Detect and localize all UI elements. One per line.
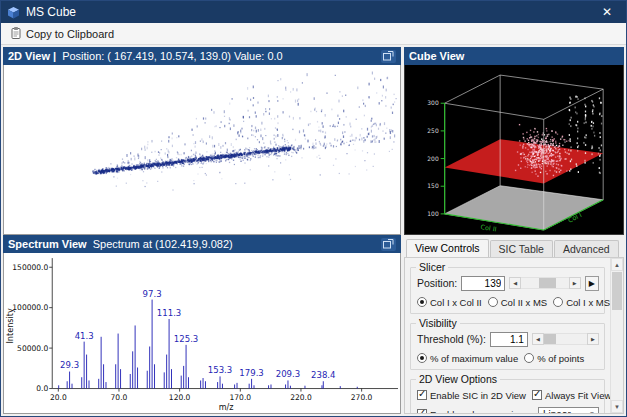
checkbox-always-fit-view[interactable]: Always Fit View	[532, 390, 610, 401]
spectrum-canvas[interactable]: 0.050000.0100000.0150000.020.070.0120.01…	[4, 253, 400, 413]
position-row: Position: ◀ ▶ ▶	[417, 275, 599, 291]
svg-text:41.3: 41.3	[75, 331, 94, 341]
svg-text:220.0: 220.0	[290, 393, 312, 402]
position-scroll-right-button[interactable]: ▶	[569, 277, 581, 289]
radio-percent-of-points[interactable]: % of points	[524, 353, 584, 364]
mapping-select[interactable]: Linear ▼	[538, 407, 599, 414]
up-arrow-icon: ▲	[614, 262, 620, 268]
checkbox-indicator	[417, 390, 427, 400]
position-scroll-track[interactable]	[521, 277, 568, 289]
view-options-group: 2D View Options Enable SIC in 2D View Al…	[410, 379, 605, 413]
ms-cube-window: MS Cube ✕ Copy to Clipboard 2D View | Po…	[0, 0, 627, 417]
radio-indicator	[524, 353, 534, 363]
threshold-scroll-track[interactable]	[544, 333, 587, 345]
popout-icon	[383, 239, 394, 249]
vertical-scroll-track[interactable]	[611, 271, 623, 400]
play-button[interactable]: ▶	[585, 276, 599, 291]
spectrum-plot[interactable]: 0.050000.0100000.0150000.020.070.0120.01…	[3, 253, 401, 414]
window-title: MS Cube	[26, 5, 588, 19]
svg-text:29.3: 29.3	[60, 360, 79, 370]
radio-label: Col II x MS	[501, 297, 547, 308]
svg-text:0.0: 0.0	[36, 384, 48, 393]
controls-column: Slicer Position: ◀ ▶ ▶	[405, 258, 610, 413]
svg-text:120.0: 120.0	[169, 393, 191, 402]
svg-text:111.3: 111.3	[157, 308, 181, 318]
mapping-select-value: Linear	[543, 409, 571, 414]
svg-text:153.3: 153.3	[208, 365, 232, 375]
view-options-row-1: Enable SIC in 2D View Always Fit View	[417, 387, 599, 403]
radio-col2-x-ms[interactable]: Col II x MS	[488, 297, 547, 308]
radio-col1-x-ms[interactable]: Col I x MS	[553, 297, 610, 308]
svg-text:170.0: 170.0	[230, 393, 252, 402]
cube-view-plot[interactable]: 100150200250300Col ICol II	[404, 65, 624, 235]
left-column: 2D View | Position: ( 167.419, 10.574, 1…	[3, 47, 401, 414]
close-icon: ✕	[602, 5, 612, 19]
radio-indicator	[488, 297, 498, 307]
titlebar: MS Cube ✕	[1, 1, 626, 23]
radio-col1-x-col2[interactable]: Col I x Col II	[417, 297, 482, 308]
right-column: Cube View 100150200250300Col ICol II Vie…	[404, 47, 624, 414]
app-icon	[7, 6, 20, 19]
svg-text:270.0: 270.0	[351, 393, 373, 402]
close-button[interactable]: ✕	[588, 1, 626, 23]
position-input[interactable]	[461, 276, 505, 291]
checkbox-label: Enable SIC in 2D View	[430, 390, 526, 401]
scroll-up-button[interactable]: ▲	[611, 258, 623, 271]
view2d-scatter-canvas[interactable]	[4, 65, 400, 234]
position-label: Position:	[417, 277, 457, 289]
checkbox-indicator	[417, 409, 427, 413]
svg-text:Col II: Col II	[480, 223, 497, 234]
position-scrollbar[interactable]: ◀ ▶	[509, 277, 580, 289]
svg-text:100: 100	[427, 210, 439, 217]
threshold-scroll-left-button[interactable]: ◀	[532, 333, 544, 345]
radio-label: % of points	[537, 353, 584, 364]
svg-text:125.3: 125.3	[174, 334, 198, 344]
tab-view-controls[interactable]: View Controls	[406, 239, 489, 258]
threshold-scroll-right-button[interactable]: ▶	[587, 333, 599, 345]
checkbox-enable-value-mapping[interactable]: Enable value mapping	[417, 409, 524, 414]
svg-text:Intensity: Intensity	[5, 308, 15, 344]
view2d-plot[interactable]	[3, 65, 401, 235]
right-arrow-icon: ▶	[573, 280, 577, 286]
svg-text:m/z: m/z	[219, 402, 234, 412]
svg-text:97.3: 97.3	[143, 288, 162, 298]
threshold-input[interactable]	[490, 332, 528, 347]
threshold-scrollbar[interactable]: ◀ ▶	[532, 333, 599, 345]
checkbox-enable-sic[interactable]: Enable SIC in 2D View	[417, 390, 526, 401]
left-arrow-icon: ◀	[513, 280, 517, 286]
view-options-group-title: 2D View Options	[416, 373, 500, 385]
play-icon: ▶	[589, 279, 595, 288]
tab-sic-table[interactable]: SIC Table	[490, 240, 553, 258]
radio-label: % of maximum value	[430, 353, 518, 364]
svg-text:209.3: 209.3	[276, 369, 300, 379]
radio-label: Col I x Col II	[430, 297, 482, 308]
view2d-header: 2D View | Position: ( 167.419, 10.574, 1…	[3, 47, 401, 65]
radio-indicator	[417, 297, 427, 307]
svg-text:150: 150	[427, 182, 439, 189]
clipboard-icon	[11, 27, 21, 41]
threshold-scroll-thumb[interactable]	[544, 334, 556, 344]
controls-vertical-scrollbar[interactable]: ▲ ▼	[610, 258, 623, 413]
spectrum-popout-button[interactable]	[381, 238, 396, 251]
position-scroll-left-button[interactable]: ◀	[509, 277, 521, 289]
position-scroll-thumb[interactable]	[539, 278, 556, 288]
visibility-group: Visibility Threshold (%): ◀ ▶	[410, 323, 605, 370]
svg-text:300: 300	[427, 99, 439, 106]
svg-text:200: 200	[427, 155, 439, 162]
visibility-group-title: Visibility	[416, 317, 460, 329]
view2d-popout-button[interactable]	[381, 50, 396, 63]
right-arrow-icon: ▶	[591, 336, 595, 342]
vertical-scroll-thumb[interactable]	[612, 272, 622, 310]
copy-to-clipboard-button[interactable]: Copy to Clipboard	[4, 25, 121, 43]
scroll-down-button[interactable]: ▼	[611, 400, 623, 413]
cube-canvas[interactable]: 100150200250300Col ICol II	[405, 65, 623, 234]
radio-percent-of-max[interactable]: % of maximum value	[417, 353, 518, 364]
spectrum-title: Spectrum View	[8, 238, 87, 250]
chevron-down-icon: ▼	[589, 411, 595, 413]
svg-text:20.0: 20.0	[50, 393, 67, 402]
tab-advanced[interactable]: Advanced	[554, 240, 619, 258]
svg-text:179.3: 179.3	[239, 368, 263, 378]
visibility-radios: % of maximum value % of points	[417, 351, 599, 365]
svg-text:50000.0: 50000.0	[17, 344, 48, 353]
svg-text:238.4: 238.4	[311, 370, 335, 380]
